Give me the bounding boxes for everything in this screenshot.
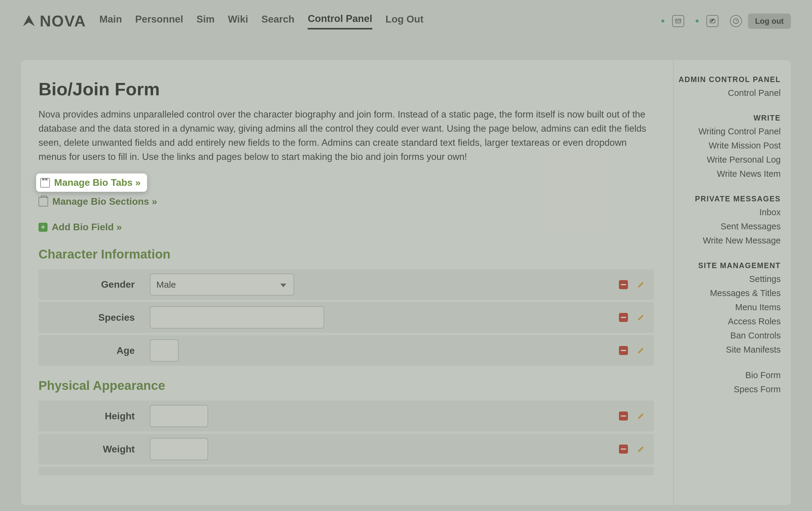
sidebar-link-control-panel[interactable]: Control Panel	[674, 88, 781, 98]
sidebar-group: ADMIN CONTROL PANELControl Panel	[674, 75, 781, 98]
sidebar-link-write-personal-log[interactable]: Write Personal Log	[674, 155, 781, 165]
delete-icon[interactable]	[619, 412, 628, 421]
nova-logo-icon	[21, 13, 37, 29]
field-label: Height	[38, 411, 150, 422]
sidebar: ADMIN CONTROL PANELControl PanelWRITEWri…	[674, 60, 791, 505]
sidebar-group: PRIVATE MESSAGESInboxSent MessagesWrite …	[674, 194, 781, 246]
dashboard-icon[interactable]	[730, 15, 742, 27]
sidebar-group-title: WRITE	[674, 114, 781, 122]
main-nav: MainPersonnelSimWikiSearchControl PanelL…	[99, 13, 424, 29]
sidebar-group-title: SITE MANAGEMENT	[674, 261, 781, 270]
edit-icon[interactable]	[636, 412, 645, 421]
gender-select[interactable]: Male	[150, 274, 294, 296]
top-bar: NOVA MainPersonnelSimWikiSearchControl P…	[0, 0, 812, 30]
sidebar-link-messages-titles[interactable]: Messages & Titles	[674, 288, 781, 298]
section-heading: Character Information	[38, 247, 654, 262]
sidebar-link-ban-controls[interactable]: Ban Controls	[674, 331, 781, 340]
edit-icon[interactable]	[636, 445, 645, 454]
age-input[interactable]	[150, 339, 179, 362]
sidebar-group-title: ADMIN CONTROL PANEL	[674, 75, 781, 84]
field-row: Height	[38, 401, 654, 431]
page-title: Bio/Join Form	[38, 79, 654, 99]
manage-bio-tabs-label: Manage Bio Tabs »	[54, 177, 140, 188]
field-label: Weight	[38, 444, 150, 455]
nav-log-out[interactable]: Log Out	[385, 13, 424, 29]
manage-bio-tabs-link[interactable]: Manage Bio Tabs »	[36, 174, 147, 192]
sidebar-group: Bio FormSpecs Form	[674, 370, 781, 394]
sections-icon	[38, 197, 48, 207]
nav-personnel[interactable]: Personnel	[135, 13, 183, 29]
status-dot-icon	[661, 20, 664, 23]
topbar-right: Log out	[661, 13, 791, 29]
delete-icon[interactable]	[619, 280, 628, 289]
field-label: Species	[38, 312, 150, 323]
mail-icon[interactable]	[672, 15, 684, 27]
brand-logo[interactable]: NOVA	[21, 12, 86, 30]
nav-control-panel[interactable]: Control Panel	[308, 13, 372, 29]
manage-bio-sections-link[interactable]: Manage Bio Sections »	[38, 196, 654, 207]
sidebar-group-title: PRIVATE MESSAGES	[674, 194, 781, 203]
tabs-icon	[40, 178, 50, 187]
delete-icon[interactable]	[619, 445, 628, 454]
edit-icon[interactable]	[636, 313, 645, 322]
field-label: Gender	[38, 279, 150, 290]
section-heading: Physical Appearance	[38, 379, 654, 393]
field-label: Age	[38, 345, 150, 356]
logout-button[interactable]: Log out	[748, 13, 791, 29]
height-input[interactable]	[150, 405, 208, 427]
delete-icon[interactable]	[619, 346, 628, 355]
field-row	[38, 467, 654, 475]
main-column: Bio/Join Form Nova provides admins unpar…	[21, 60, 674, 505]
brand-text: NOVA	[40, 12, 86, 30]
field-row: Weight	[38, 434, 654, 464]
sidebar-link-write-news-item[interactable]: Write News Item	[674, 169, 781, 179]
sidebar-link-site-manifests[interactable]: Site Manifests	[674, 345, 781, 355]
manage-bio-sections-label: Manage Bio Sections »	[52, 196, 157, 207]
edit-icon[interactable]	[636, 346, 645, 355]
add-bio-field-link[interactable]: + Add Bio Field »	[38, 221, 654, 233]
sidebar-group: WRITEWriting Control PanelWrite Mission …	[674, 114, 781, 179]
write-icon[interactable]	[706, 15, 719, 27]
edit-icon[interactable]	[636, 280, 645, 289]
status-dot-icon	[696, 20, 699, 23]
sidebar-link-writing-control-panel[interactable]: Writing Control Panel	[674, 126, 781, 137]
page-panel: Bio/Join Form Nova provides admins unpar…	[21, 60, 791, 505]
nav-wiki[interactable]: Wiki	[228, 13, 249, 29]
sidebar-link-menu-items[interactable]: Menu Items	[674, 302, 781, 312]
plus-icon: +	[38, 223, 48, 232]
species-input[interactable]	[150, 306, 324, 329]
sidebar-group: SITE MANAGEMENTSettingsMessages & Titles…	[674, 261, 781, 355]
sidebar-link-sent-messages[interactable]: Sent Messages	[674, 221, 781, 232]
sidebar-link-settings[interactable]: Settings	[674, 274, 781, 284]
field-row: Age	[38, 335, 654, 366]
nav-main[interactable]: Main	[99, 13, 122, 29]
sidebar-link-write-mission-post[interactable]: Write Mission Post	[674, 141, 781, 151]
add-bio-field-label: Add Bio Field »	[52, 221, 122, 233]
page-intro: Nova provides admins unparalleled contro…	[38, 107, 654, 164]
field-row: GenderMale	[38, 269, 654, 300]
sidebar-link-write-new-message[interactable]: Write New Message	[674, 236, 781, 246]
sidebar-link-specs-form[interactable]: Specs Form	[674, 385, 781, 394]
sidebar-link-inbox[interactable]: Inbox	[674, 207, 781, 217]
weight-input[interactable]	[150, 438, 208, 460]
delete-icon[interactable]	[619, 313, 628, 322]
field-row: Species	[38, 302, 654, 333]
sidebar-link-bio-form[interactable]: Bio Form	[674, 370, 781, 380]
sidebar-link-access-roles[interactable]: Access Roles	[674, 317, 781, 326]
nav-sim[interactable]: Sim	[196, 13, 215, 29]
nav-search[interactable]: Search	[261, 13, 294, 29]
